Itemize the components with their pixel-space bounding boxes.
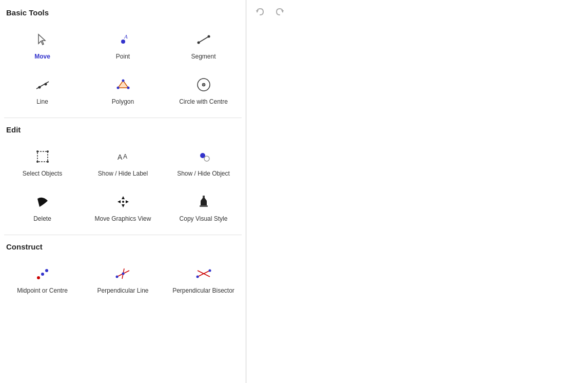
polygon-icon	[113, 74, 133, 95]
canvas-area[interactable]	[246, 25, 588, 383]
show-hide-label-label: Show / Hide Label	[98, 170, 148, 177]
move-graphics-view-label: Move Graphics View	[95, 215, 151, 222]
right-panel	[246, 0, 588, 383]
point-icon: A	[113, 29, 133, 50]
toolbar	[246, 0, 588, 25]
basic-tools-title: Basic Tools	[4, 8, 242, 17]
tool-circle-with-centre[interactable]: Circle with Centre	[165, 68, 242, 109]
delete-label: Delete	[33, 215, 51, 222]
svg-point-10	[127, 86, 129, 89]
tool-move-graphics-view[interactable]: Move Graphics View	[85, 185, 161, 226]
tool-polygon[interactable]: Polygon	[85, 68, 161, 109]
construct-tools-grid: Midpoint or Centre Perpendicular Line	[4, 257, 242, 298]
tool-perpendicular-bisector[interactable]: Perpendicular Bisector	[165, 257, 242, 298]
svg-line-5	[36, 82, 49, 89]
show-hide-object-icon	[193, 146, 214, 167]
svg-point-11	[116, 86, 119, 89]
line-icon	[32, 74, 53, 95]
divider-1	[4, 118, 242, 118]
select-objects-icon	[32, 146, 53, 167]
svg-marker-26	[117, 200, 121, 203]
svg-marker-25	[122, 204, 125, 207]
perpendicular-line-label: Perpendicular Line	[97, 287, 148, 294]
copy-visual-style-icon	[193, 192, 214, 212]
svg-text:A: A	[123, 153, 127, 160]
svg-point-6	[38, 86, 41, 88]
svg-point-34	[45, 269, 48, 272]
copy-visual-style-label: Copy Visual Style	[180, 215, 228, 222]
tool-perpendicular-line[interactable]: Perpendicular Line	[85, 257, 161, 298]
move-graphics-view-icon	[113, 192, 133, 212]
perpendicular-bisector-label: Perpendicular Bisector	[172, 287, 234, 294]
svg-point-43	[208, 269, 211, 272]
tool-move[interactable]: Move	[4, 23, 81, 64]
svg-line-2	[199, 36, 209, 43]
tool-select-objects[interactable]: Select Objects	[4, 140, 81, 181]
tool-line[interactable]: Line	[4, 68, 81, 109]
move-label: Move	[34, 53, 50, 60]
tool-show-hide-object[interactable]: Show / Hide Object	[165, 140, 242, 181]
perpendicular-line-icon	[113, 263, 133, 284]
segment-icon	[193, 29, 214, 50]
svg-point-35	[41, 273, 44, 276]
svg-marker-27	[126, 200, 129, 203]
svg-point-1	[121, 40, 125, 44]
svg-point-16	[36, 150, 38, 152]
svg-point-9	[122, 79, 124, 82]
construct-title: Construct	[4, 242, 242, 251]
basic-tools-grid: Move A Point Segment	[4, 23, 242, 109]
undo-button[interactable]	[252, 4, 268, 21]
polygon-label: Polygon	[112, 98, 134, 105]
midpoint-or-centre-label: Midpoint or Centre	[17, 287, 68, 294]
tool-copy-visual-style[interactable]: Copy Visual Style	[165, 185, 242, 226]
svg-point-7	[44, 83, 47, 85]
divider-2	[4, 235, 242, 235]
redo-button[interactable]	[272, 4, 287, 21]
circle-with-centre-label: Circle with Centre	[179, 98, 228, 105]
show-hide-label-icon: A A	[113, 146, 133, 167]
svg-point-4	[207, 35, 210, 37]
move-icon	[32, 29, 53, 50]
svg-point-33	[37, 276, 40, 279]
svg-marker-44	[256, 10, 259, 13]
tool-delete[interactable]: Delete	[4, 185, 81, 226]
svg-text:A: A	[124, 33, 128, 40]
delete-icon	[32, 192, 53, 212]
perpendicular-bisector-icon	[193, 263, 214, 284]
svg-point-17	[47, 150, 49, 152]
circle-with-centre-icon	[193, 74, 214, 95]
line-label: Line	[36, 98, 48, 105]
edit-tools-grid: Select Objects A A Show / Hide Label Sho…	[4, 140, 242, 226]
svg-point-14	[203, 84, 204, 85]
svg-marker-24	[122, 196, 125, 199]
select-objects-label: Select Objects	[23, 170, 62, 177]
show-hide-object-label: Show / Hide Object	[177, 170, 230, 177]
svg-point-38	[122, 272, 124, 275]
svg-point-19	[47, 161, 49, 163]
svg-point-28	[122, 201, 124, 203]
point-label: Point	[116, 53, 130, 60]
svg-point-42	[196, 275, 199, 278]
svg-point-23	[204, 156, 209, 161]
midpoint-or-centre-icon	[32, 263, 53, 284]
svg-rect-15	[37, 151, 48, 162]
tool-point[interactable]: A Point	[85, 23, 161, 64]
tool-midpoint-or-centre[interactable]: Midpoint or Centre	[4, 257, 81, 298]
svg-text:A: A	[117, 153, 123, 161]
svg-rect-29	[201, 201, 207, 206]
edit-title: Edit	[4, 125, 242, 134]
svg-point-39	[115, 275, 118, 278]
tool-segment[interactable]: Segment	[165, 23, 242, 64]
svg-marker-45	[281, 10, 284, 13]
segment-label: Segment	[191, 53, 215, 60]
svg-rect-31	[203, 196, 205, 198]
svg-point-18	[36, 161, 38, 163]
svg-rect-32	[200, 205, 208, 207]
tool-show-hide-label[interactable]: A A Show / Hide Label	[85, 140, 161, 181]
svg-point-3	[197, 41, 200, 44]
left-panel: Basic Tools Move A Point	[0, 0, 246, 383]
